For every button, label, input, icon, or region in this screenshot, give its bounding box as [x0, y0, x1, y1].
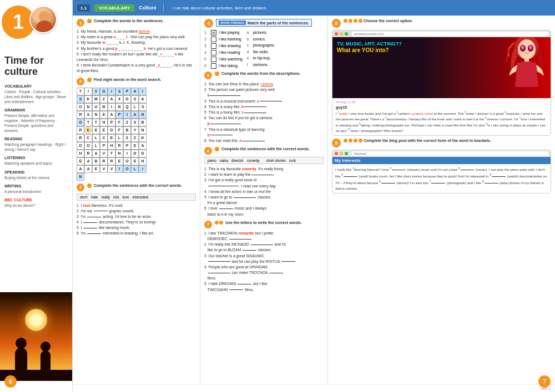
sidebar-bbc-content: Why do we dance? — [4, 203, 68, 208]
exercise7-header: 7 Use the letters to write the correct w… — [204, 221, 324, 228]
ex3-item4: 4 I documentaries. They're so boring! — [77, 220, 196, 225]
word-search-grid: TIVGISPAIS KMZAXGSAON UBINQLSRSN EAPIANO… — [77, 88, 196, 181]
interests-title-bar: My Interests — [332, 157, 551, 164]
ex5-item3: 3 This is a musical instrument: v — [204, 99, 324, 104]
blog-text-overlay: TV, MUSIC, ART, ACTING?? What are YOU in… — [337, 42, 402, 54]
exercise3-header: 3 Complete the sentences with the correc… — [77, 184, 196, 191]
sidebar-vocabulary-section: VOCABULARY Culture · People · Cultural a… — [4, 84, 68, 104]
exercise4-right: apictures. bcomics. cphotographs. dthe v… — [247, 30, 275, 69]
blog-post-content: 24 Aug 11:05 guy15 I 1really / very love… — [332, 98, 551, 135]
left-sidebar: 1 Time for culture VOCABULARY Culture · … — [0, 0, 72, 392]
ex3-item2: 2 I'm not graphic novels. — [77, 208, 196, 214]
sidebar-listening-content: Matching speakers and topics — [4, 161, 68, 166]
exercise5-number: 5 — [204, 72, 212, 79]
interests-dot-red — [335, 152, 338, 155]
ex7-item1: 1 I like TRACIMON romantic but I prefer … — [204, 231, 324, 242]
svg-point-13 — [522, 47, 523, 48]
sidebar-grammar-section: GRAMMAR Present Simple: affirmative and … — [4, 108, 68, 133]
browser-dot-green — [345, 32, 348, 35]
exercise7-instruction: Use the letters to write the correct wor… — [225, 221, 324, 225]
svg-point-11 — [521, 45, 524, 50]
exercise8-instruction: Choose the correct option. — [364, 19, 551, 23]
ex3-item5: 5 I like dancing much. — [77, 225, 196, 231]
sidebar-vocabulary-content: Culture · People · Cultural activities ·… — [4, 89, 68, 104]
blog-image-area: TV, MUSIC, ART, ACTING?? What are YOU in… — [332, 37, 551, 98]
ex6-item1: 1 This is my favourite comedy. It's real… — [204, 166, 324, 172]
exercise3-dot — [87, 184, 92, 188]
svg-point-14 — [529, 47, 531, 48]
browser-dot-yellow — [340, 32, 343, 35]
unit-title: Time for culture — [4, 55, 68, 78]
exercise4-left: 1dI like playing 2I like listening 3I li… — [204, 30, 243, 69]
exercise8-dots — [344, 19, 362, 23]
exercise6-instruction: Complete the sentences with the correct … — [221, 147, 324, 151]
interests-dot-green — [345, 152, 348, 155]
interests-header: fairymac — [332, 150, 551, 157]
exercise9-number: 9 — [332, 139, 341, 147]
exercise7-content: 1 I like TRACIMON romantic but I prefer … — [204, 231, 324, 293]
header-bar: 1.1 VOCABULARY Culture I can talk about … — [73, 0, 555, 16]
ex3-item3: 3 I'm acting. I'd love to be an actor. — [77, 214, 196, 220]
col-mid: 4 WORD FRIENDS Match the parts of the se… — [200, 16, 328, 384]
sidebar-listening-section: LISTENING Matching speakers and topics — [4, 156, 68, 166]
exercise6-dot — [215, 147, 219, 151]
exercise7-dots — [215, 221, 223, 225]
exercise8-number: 8 — [332, 19, 341, 28]
match-ans-c: cphotographs. — [247, 43, 275, 48]
exercise1-dot — [87, 19, 92, 23]
ex3-item6: 6 I'm interested in drawing. I like art. — [77, 231, 196, 236]
exercise1-content: 1 My friend, Hannah, is an excellent dan… — [77, 29, 196, 74]
exercise1-number: 1 — [77, 19, 84, 27]
ex6-item2: 2 I want to learn to play the. — [204, 172, 324, 177]
exercise3-content: 1 I love flamenco. It's cool! 2 I'm not … — [77, 203, 196, 237]
match-row-5: 5I like watching — [204, 57, 243, 62]
ex1-item2: 2 My sister is a great u _ _ _ i. She ca… — [77, 34, 196, 40]
browser-dot-red — [335, 32, 338, 35]
exercise9-header: 9 Complete the blog post with the correc… — [332, 139, 551, 147]
sidebar-speaking-section: SPEAKING Buying tickets at the cinema — [4, 170, 68, 180]
interests-text: I really like 1dancing (dance)! I love 2… — [335, 166, 548, 191]
page-container: 1 Time for culture VOCABULARY Culture · … — [0, 0, 555, 392]
sidebar-grammar-content: Present Simple: affirmative and negative… — [4, 113, 68, 133]
browser-url: whatareyouinto.com — [352, 32, 548, 36]
ex7-item5: 5 I hate DREGANI but I like TWICGAHN fil… — [204, 281, 324, 292]
unit-footer: Unit 1 7 — [73, 384, 555, 392]
match-row-2: 2I like listening — [204, 37, 243, 42]
interests-url: fairymac — [352, 151, 548, 156]
sidebar-grammar-label: GRAMMAR — [4, 108, 68, 112]
exercise6-words: pianosalsadirectorcomedy short storiesro… — [204, 157, 324, 164]
blog-post-date: 24 Aug 11:05 — [336, 100, 547, 104]
exercise5-header: 5 Complete the words from the descriptio… — [204, 72, 324, 79]
col-left: 1 Complete the words in the sentences. 1… — [73, 16, 200, 384]
ex7-item4: 4 People who are good at GRINDAW can mak… — [204, 264, 324, 282]
exercise4-content: 1dI like playing 2I like listening 3I li… — [204, 30, 324, 69]
exercise1-header: 1 Complete the words in the sentences. — [77, 19, 196, 27]
ex1-item3: 3 My favourite w _ _ _ _ is J. K. Rowlin… — [77, 40, 196, 45]
ex1-item1: 1 My friend, Hannah, is an excellent dan… — [77, 29, 196, 34]
sidebar-reading-content: Matching paragraph headings · Right / wr… — [4, 142, 68, 152]
ex1-item5: 5 I don't really like modern art but I q… — [77, 52, 196, 63]
exercise9-instruction: Complete the blog post with the correct … — [364, 139, 551, 142]
can-do-text: I can talk about cultural activities, li… — [173, 6, 268, 11]
svg-point-3 — [16, 338, 27, 349]
interests-title: My Interests — [335, 158, 548, 163]
sidebar-reading-section: READING Matching paragraph headings · Ri… — [4, 137, 68, 152]
match-ans-d: dthe violin. — [247, 49, 275, 55]
ex6-item4: 4 I know all the actors in bae ut mot th… — [204, 189, 324, 195]
exercise3-words: don'thatereallyintoloveinterested — [77, 194, 196, 201]
sidebar-reading-label: READING — [4, 137, 68, 141]
match-row-3: 3I like drawing — [204, 43, 243, 49]
sidebar-bbc-section: BBC CULTURE Why do we dance? — [4, 198, 68, 208]
ex5-item5: 5 This is a funny film: c — [204, 110, 324, 115]
exercise2-dot — [87, 78, 92, 82]
match-row-1: 1dI like playing — [204, 30, 243, 35]
ex5-item1: 1 You can see films in this place: cinem… — [204, 82, 324, 87]
sidebar-listening-label: LISTENING — [4, 156, 68, 160]
silhouette-svg — [0, 314, 72, 381]
ex5-item2: 2 This person can paint pictures very we… — [204, 87, 324, 98]
ex5-item8: 8 You can read this: n — [204, 138, 324, 144]
interests-content: I really like 1dancing (dance)! I love 2… — [332, 164, 551, 193]
blog-browser: whatareyouinto.com TV, MUSIC, ART, ACTIN… — [332, 30, 551, 136]
blog-post-username: guy15 — [336, 105, 547, 109]
columns: 1 Complete the words in the sentences. 1… — [73, 16, 555, 384]
